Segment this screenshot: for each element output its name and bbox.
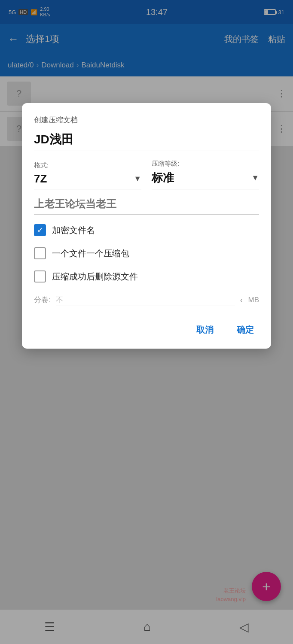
split-label: 分卷: [34, 295, 51, 305]
checkbox-encrypt-filename[interactable]: ✓ [34, 224, 46, 236]
level-label: 压缩等级: [152, 160, 259, 168]
format-value: 7Z [34, 172, 131, 185]
level-field: 压缩等级: 标准 ▼ [152, 160, 259, 189]
format-label: 格式: [34, 161, 141, 170]
split-volume-row: 分卷: ‹ MB [34, 294, 259, 306]
confirm-button[interactable]: 确定 [232, 322, 259, 338]
checkmark-icon: ✓ [37, 226, 43, 234]
dialog-actions: 取消 确定 [34, 318, 259, 338]
checkbox-one-file-label: 一个文件一个压缩包 [52, 248, 129, 259]
level-value: 标准 [152, 170, 249, 185]
checkbox-delete-source-row: 压缩成功后删除源文件 [34, 270, 259, 283]
split-unit: MB [248, 296, 259, 304]
format-dropdown-arrow[interactable]: ▼ [134, 174, 141, 183]
split-value-input[interactable] [56, 294, 235, 306]
password-input[interactable] [34, 198, 259, 215]
checkbox-encrypt-filename-row: ✓ 加密文件名 [34, 224, 259, 236]
checkbox-encrypt-filename-label: 加密文件名 [52, 225, 95, 236]
dialog-title: 创建压缩文档 [34, 115, 259, 125]
checkbox-delete-source-label: 压缩成功后删除源文件 [52, 271, 138, 283]
format-field: 格式: 7Z ▼ [34, 161, 141, 189]
format-select[interactable]: 7Z ▼ [34, 172, 141, 189]
dialog-overlay: 创建压缩文档 格式: 7Z ▼ 压缩等级: 标准 ▼ ✓ [0, 0, 293, 644]
level-dropdown-arrow[interactable]: ▼ [251, 173, 259, 182]
create-archive-dialog: 创建压缩文档 格式: 7Z ▼ 压缩等级: 标准 ▼ ✓ [22, 103, 271, 349]
filename-input[interactable] [34, 133, 259, 151]
split-arrow-icon[interactable]: ‹ [240, 295, 243, 305]
level-select[interactable]: 标准 ▼ [152, 170, 259, 189]
checkbox-delete-source[interactable] [34, 270, 46, 283]
format-level-row: 格式: 7Z ▼ 压缩等级: 标准 ▼ [34, 160, 259, 189]
checkbox-one-file-row: 一个文件一个压缩包 [34, 247, 259, 259]
cancel-button[interactable]: 取消 [191, 322, 219, 338]
checkbox-one-file[interactable] [34, 247, 46, 259]
